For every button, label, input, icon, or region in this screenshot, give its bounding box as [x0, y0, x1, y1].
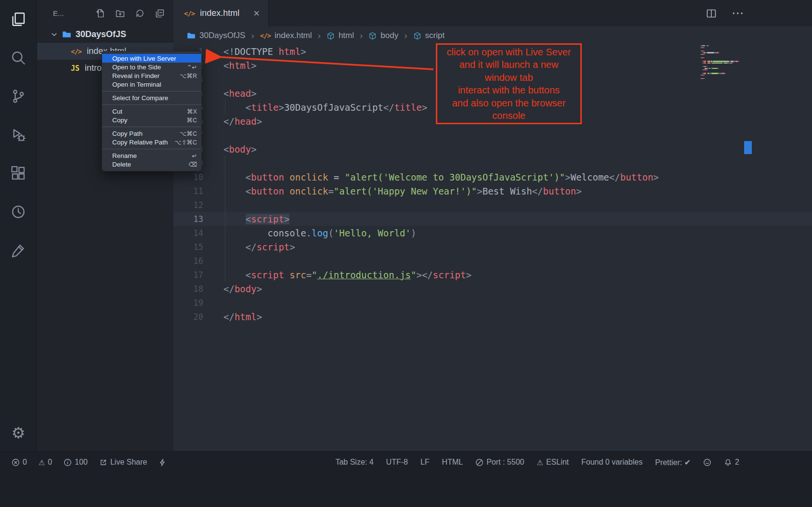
menu-item-copy-relative-path[interactable]: Copy Relative Path⌥⇧⌘C — [102, 138, 201, 146]
status-text: 0 — [48, 458, 52, 467]
folder-row-30daysofjs[interactable]: 30DaysOfJS — [37, 26, 173, 43]
status-item-utf-8[interactable]: UTF-8 — [386, 458, 408, 467]
code-line-13[interactable]: 13 <script> — [173, 212, 812, 226]
code-text: <button onclick="alert('Happy New Year!'… — [203, 186, 582, 196]
search-icon[interactable] — [8, 47, 29, 68]
status-item-tab-size-4[interactable]: Tab Size: 4 — [335, 458, 373, 467]
pen-icon[interactable] — [8, 240, 29, 261]
code-token: html — [278, 46, 301, 57]
status-item-0[interactable]: ⚠0 — [39, 458, 52, 467]
code-token: </ — [223, 284, 235, 294]
code-token — [223, 228, 268, 238]
status-item-eslint[interactable]: ⚠ESLint — [537, 458, 569, 467]
code-line-8[interactable]: 8<body> — [173, 142, 812, 156]
code-token: html — [229, 60, 251, 71]
annotation-line: interact with the buttons — [437, 84, 580, 97]
code-token: src — [289, 270, 306, 280]
run-debug-icon[interactable] — [8, 124, 29, 145]
scrollbar-marker[interactable] — [744, 141, 752, 154]
code-line-19[interactable]: 19 — [173, 296, 812, 310]
code-token: <! — [223, 46, 235, 57]
breadcrumb-label: 30DaysOfJS — [199, 31, 245, 40]
status-item-0[interactable]: 0 — [12, 458, 27, 467]
menu-item-copy[interactable]: Copy⌘C — [102, 116, 201, 124]
code-token: > — [653, 172, 658, 182]
code-line-15[interactable]: 15 </script> — [173, 240, 812, 254]
menu-item-open-to-the-side[interactable]: Open to the Side⌃↵ — [102, 63, 201, 71]
code-token: = — [328, 172, 344, 182]
breadcrumb-item-file[interactable]: </> index.html — [260, 31, 312, 40]
tab-close-icon[interactable]: × — [253, 8, 260, 19]
code-line-20[interactable]: 20</html> — [173, 310, 812, 324]
menu-item-shortcut: ⌥⌘R — [180, 72, 197, 79]
clock-icon[interactable] — [8, 201, 29, 222]
source-control-icon[interactable] — [8, 86, 29, 107]
status-item-prettier[interactable]: Prettier: ✔ — [655, 458, 691, 467]
menu-separator — [103, 91, 201, 91]
folder-name: 30DaysOfJS — [76, 29, 126, 39]
code-line-7[interactable]: 7 — [173, 128, 812, 142]
refresh-icon[interactable] — [135, 8, 145, 18]
menu-item-select-for-compare[interactable]: Select for Compare — [102, 93, 201, 102]
code-token: < — [246, 102, 251, 113]
tab-index-html[interactable]: </> index.html × — [173, 0, 269, 26]
breadcrumb-item-html[interactable]: html — [327, 31, 354, 40]
code-token: Welcome — [571, 172, 609, 182]
collapse-all-icon[interactable] — [155, 8, 165, 18]
menu-item-delete[interactable]: Delete⌫ — [102, 160, 201, 169]
new-folder-icon[interactable] — [115, 8, 125, 18]
code-token: title — [394, 102, 422, 113]
breadcrumb-item-folder[interactable]: 30DaysOfJS — [187, 31, 245, 40]
extensions-icon[interactable] — [8, 163, 29, 184]
menu-item-reveal-in-finder[interactable]: Reveal in Finder⌥⌘R — [102, 71, 201, 80]
status-text: HTML — [442, 458, 463, 467]
minimap[interactable] — [701, 45, 745, 80]
bell-icon — [724, 458, 732, 467]
explorer-icon[interactable] — [8, 9, 29, 30]
status-text: Tab Size: 4 — [335, 458, 373, 467]
code-line-16[interactable]: 16 — [173, 254, 812, 268]
status-item-found-0-variables[interactable]: Found 0 variables — [581, 458, 642, 467]
code-line-9[interactable]: 9 — [173, 156, 812, 170]
code-token: button — [251, 172, 284, 182]
menu-item-copy-path[interactable]: Copy Path⌥⌘C — [102, 129, 201, 138]
code-token: > — [565, 172, 570, 182]
code-token: < — [246, 270, 251, 280]
menu-item-cut[interactable]: Cut⌘X — [102, 107, 201, 116]
split-editor-icon[interactable] — [706, 8, 717, 19]
code-token: </ — [383, 102, 394, 113]
menu-item-open-with-live-server[interactable]: Open with Live Server — [102, 54, 201, 63]
code-line-11[interactable]: 11 <button onclick="alert('Happy New Yea… — [173, 184, 812, 198]
status-item-live-share[interactable]: Live Share — [99, 458, 147, 467]
code-token: html — [235, 312, 257, 322]
code-token: < — [246, 214, 251, 224]
code-line-14[interactable]: 14 console.log('Hello, World') — [173, 226, 812, 240]
status-item-2[interactable]: 2 — [724, 458, 739, 467]
menu-item-label: Reveal in Finder — [112, 72, 159, 79]
breadcrumb-item-body[interactable]: body — [368, 31, 398, 40]
code-token: onclick — [289, 172, 328, 182]
annotation-line: click on open with Live Sever — [437, 46, 580, 59]
breadcrumb-item-script[interactable]: script — [413, 31, 445, 40]
code-line-18[interactable]: 18</body> — [173, 282, 812, 296]
menu-item-rename[interactable]: Rename↵ — [102, 151, 201, 160]
code-line-12[interactable]: 12 — [173, 198, 812, 212]
code-text: <title>30DaysOfJavaScript</title> — [203, 102, 427, 113]
status-item-smiley[interactable] — [703, 458, 711, 467]
annotation-box: click on open with Live Severand it will… — [436, 43, 582, 124]
status-item-100[interactable]: 100 — [64, 458, 88, 467]
status-item-bolt[interactable] — [158, 458, 167, 467]
code-token: script — [257, 242, 290, 252]
status-item-port-5500[interactable]: Port : 5500 — [475, 458, 524, 467]
settings-gear-icon[interactable]: ⚙ — [8, 422, 29, 443]
tab-label: index.html — [200, 8, 239, 18]
new-file-icon[interactable] — [95, 8, 105, 18]
code-token — [223, 186, 246, 196]
breadcrumb-separator: › — [251, 30, 254, 41]
code-line-17[interactable]: 17 <script src="./introduction.js"></scr… — [173, 268, 812, 282]
status-item-lf[interactable]: LF — [420, 458, 430, 467]
code-line-10[interactable]: 10 <button onclick = "alert('Welcome to … — [173, 170, 812, 184]
more-actions-icon[interactable]: ⋯ — [732, 6, 745, 21]
status-item-html[interactable]: HTML — [442, 458, 463, 467]
menu-item-open-in-terminal[interactable]: Open in Terminal — [102, 80, 201, 89]
